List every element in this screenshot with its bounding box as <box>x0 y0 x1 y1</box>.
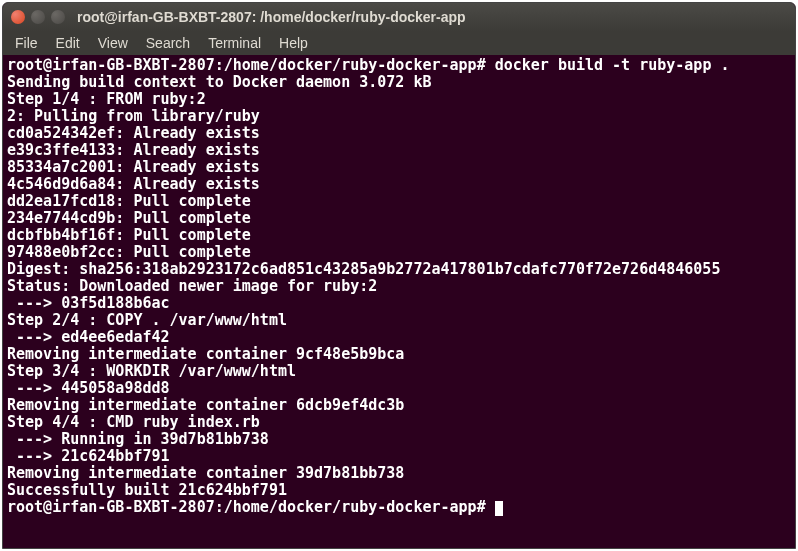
output-line: Step 3/4 : WORKDIR /var/www/html <box>7 363 791 380</box>
output-line: Successfully built 21c624bbf791 <box>7 482 791 499</box>
prompt-user: root@irfan-GB-BXBT-2807 <box>7 56 215 74</box>
output-line: Removing intermediate container 39d7b81b… <box>7 465 791 482</box>
menu-help[interactable]: Help <box>271 33 316 53</box>
titlebar[interactable]: root@irfan-GB-BXBT-2807: /home/docker/ru… <box>3 3 795 31</box>
output-line: Step 1/4 : FROM ruby:2 <box>7 91 791 108</box>
output-line: cd0a524342ef: Already exists <box>7 125 791 142</box>
menu-edit[interactable]: Edit <box>48 33 88 53</box>
minimize-icon[interactable] <box>31 10 45 24</box>
output-line: Step 2/4 : COPY . /var/www/html <box>7 312 791 329</box>
menu-view[interactable]: View <box>90 33 136 53</box>
output-line: 234e7744cd9b: Pull complete <box>7 210 791 227</box>
terminal-body[interactable]: root@irfan-GB-BXBT-2807:/home/docker/rub… <box>3 55 795 518</box>
output-line: dcbfbb4bf16f: Pull complete <box>7 227 791 244</box>
close-icon[interactable] <box>11 10 25 24</box>
output-line: 4c546d9d6a84: Already exists <box>7 176 791 193</box>
prompt-line: root@irfan-GB-BXBT-2807:/home/docker/rub… <box>7 499 791 516</box>
prompt-path: /home/docker/ruby-docker-app <box>224 56 477 74</box>
output-line: ---> 03f5d188b6ac <box>7 295 791 312</box>
prompt-line: root@irfan-GB-BXBT-2807:/home/docker/rub… <box>7 57 791 74</box>
prompt-user: root@irfan-GB-BXBT-2807 <box>7 498 215 516</box>
output-line: Removing intermediate container 6dcb9ef4… <box>7 397 791 414</box>
window-controls <box>11 10 65 24</box>
output-line: ---> ed4ee6edaf42 <box>7 329 791 346</box>
output-line: ---> 21c624bbf791 <box>7 448 791 465</box>
output-line: 97488e0bf2cc: Pull complete <box>7 244 791 261</box>
output-line: Step 4/4 : CMD ruby index.rb <box>7 414 791 431</box>
window-title: root@irfan-GB-BXBT-2807: /home/docker/ru… <box>77 9 466 25</box>
menubar: File Edit View Search Terminal Help <box>3 31 795 55</box>
output-line: Status: Downloaded newer image for ruby:… <box>7 278 791 295</box>
output-line: 85334a7c2001: Already exists <box>7 159 791 176</box>
output-line: e39c3ffe4133: Already exists <box>7 142 791 159</box>
menu-search[interactable]: Search <box>138 33 198 53</box>
cursor-icon <box>495 501 503 516</box>
output-line: 2: Pulling from library/ruby <box>7 108 791 125</box>
output-line: ---> Running in 39d7b81bb738 <box>7 431 791 448</box>
command-text: docker build -t ruby-app . <box>495 56 730 74</box>
prompt-path: /home/docker/ruby-docker-app <box>224 498 477 516</box>
output-line: Removing intermediate container 9cf48e5b… <box>7 346 791 363</box>
menu-file[interactable]: File <box>7 33 46 53</box>
output-line: Digest: sha256:318ab2923172c6ad851c43285… <box>7 261 791 278</box>
maximize-icon[interactable] <box>51 10 65 24</box>
output-line: ---> 445058a98dd8 <box>7 380 791 397</box>
output-line: dd2ea17fcd18: Pull complete <box>7 193 791 210</box>
terminal-window: root@irfan-GB-BXBT-2807: /home/docker/ru… <box>2 2 796 549</box>
menu-terminal[interactable]: Terminal <box>200 33 269 53</box>
output-line: Sending build context to Docker daemon 3… <box>7 74 791 91</box>
